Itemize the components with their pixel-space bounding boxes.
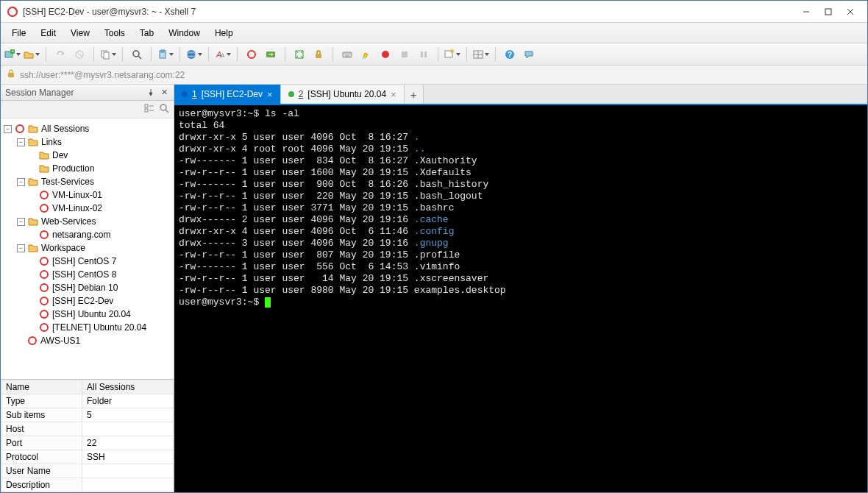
tree-item-aws[interactable]: AWS-US1	[2, 334, 172, 347]
keyboard-button[interactable]	[339, 46, 355, 63]
disconnect-button[interactable]	[71, 46, 88, 63]
open-session-button[interactable]	[24, 46, 40, 63]
tab-ubuntu[interactable]: 2 [SSH] Ubuntu 20.04 ×	[281, 85, 405, 104]
svg-rect-30	[345, 55, 349, 56]
svg-rect-46	[145, 109, 148, 112]
svg-point-12	[133, 51, 139, 57]
feedback-button[interactable]	[521, 46, 537, 63]
tree-label: [SSH] Debian 10	[52, 283, 118, 293]
globe-button[interactable]	[186, 46, 202, 63]
tab-number: 1	[192, 89, 197, 99]
copy-button[interactable]	[100, 46, 116, 63]
tree-label: [SSH] Ubuntu 20.04	[52, 309, 131, 319]
xshell-icon	[15, 124, 25, 134]
svg-point-56	[40, 271, 48, 278]
panel-close-icon[interactable]: ✕	[159, 88, 169, 98]
font-button[interactable]: AA	[215, 46, 231, 63]
prop-key: Sub items	[1, 408, 82, 422]
prop-header-name: Name	[1, 380, 82, 394]
menu-edit[interactable]: Edit	[33, 26, 63, 40]
session-icon	[39, 283, 49, 293]
tab-add-button[interactable]: +	[405, 85, 424, 104]
tree-label: VM-Linux-01	[52, 190, 102, 200]
svg-point-61	[29, 337, 36, 344]
tree-root[interactable]: − All Sessions	[2, 122, 172, 135]
view-mode-icon[interactable]	[144, 103, 154, 116]
svg-rect-44	[8, 73, 14, 77]
reconnect-button[interactable]	[52, 46, 68, 63]
new-session-button[interactable]: +	[4, 46, 21, 63]
folder-icon	[28, 124, 38, 134]
paste-button[interactable]	[157, 46, 174, 63]
close-button[interactable]	[839, 4, 861, 20]
address-bar[interactable]: ssh://user:****@mysvr3.netsarang.com:22	[1, 65, 867, 85]
tree-folder-web[interactable]: − Web-Services	[2, 215, 172, 228]
minimize-button[interactable]	[795, 4, 817, 20]
folder-icon	[39, 150, 49, 160]
svg-rect-2	[825, 9, 831, 15]
stop-button[interactable]	[396, 46, 413, 63]
prop-key: Description	[1, 478, 82, 492]
xftp-button[interactable]	[263, 46, 279, 63]
tree-item[interactable]: Production	[2, 162, 172, 175]
prop-key: Protocol	[1, 450, 82, 464]
prop-val: 5	[82, 408, 174, 422]
layout-button[interactable]	[473, 46, 489, 63]
tree-item[interactable]: VM-Linux-01	[2, 188, 172, 202]
lock-icon	[7, 69, 15, 80]
tree-item[interactable]: [SSH] CentOS 8	[2, 268, 172, 281]
svg-rect-25	[344, 53, 345, 54]
tree-item[interactable]: [SSH] Debian 10	[2, 281, 172, 294]
find-button[interactable]	[129, 46, 145, 63]
menu-window[interactable]: Window	[161, 26, 207, 40]
svg-point-58	[40, 297, 48, 305]
record-button[interactable]	[377, 46, 394, 63]
menu-tab[interactable]: Tab	[132, 26, 161, 40]
tree-label: Test-Services	[41, 177, 94, 187]
tab-ec2-dev[interactable]: 1 [SSH] EC2-Dev ×	[174, 85, 281, 104]
session-tree[interactable]: − All Sessions − Links Dev Production	[1, 118, 174, 379]
menu-help[interactable]: Help	[207, 26, 241, 40]
tree-item[interactable]: netsarang.com	[2, 228, 172, 241]
tree-label: [SSH] CentOS 8	[52, 269, 116, 280]
svg-rect-28	[349, 53, 349, 54]
highlight-button[interactable]	[358, 46, 374, 63]
tree-item[interactable]: Dev	[2, 149, 172, 162]
svg-point-54	[40, 231, 48, 238]
pause-button[interactable]	[416, 46, 432, 63]
session-manager-header: Session Manager ✕	[1, 85, 174, 101]
tree-item[interactable]: VM-Linux-02	[2, 202, 172, 215]
prop-header-value: All Sessions	[82, 380, 174, 394]
prop-val: 22	[82, 436, 174, 450]
menu-file[interactable]: File	[4, 26, 33, 40]
prop-key: Port	[1, 436, 82, 450]
tab-close-icon[interactable]: ×	[391, 89, 396, 100]
menu-view[interactable]: View	[63, 26, 97, 40]
search-icon[interactable]	[159, 103, 169, 116]
session-icon	[39, 256, 49, 266]
tree-item[interactable]: [SSH] EC2-Dev	[2, 294, 172, 308]
help-button[interactable]: ?	[502, 46, 518, 63]
svg-rect-29	[350, 53, 351, 54]
tree-label: VM-Linux-02	[52, 203, 102, 213]
lock-button[interactable]	[310, 46, 327, 63]
tree-folder-links[interactable]: − Links	[2, 135, 172, 149]
maximize-button[interactable]	[817, 4, 839, 20]
svg-rect-35	[424, 52, 427, 57]
tree-item[interactable]: [TELNET] Ubuntu 20.04	[2, 321, 172, 334]
session-icon	[39, 230, 49, 240]
tree-label: Links	[41, 137, 62, 147]
tree-item[interactable]: [SSH] Ubuntu 20.04	[2, 308, 172, 321]
pin-icon[interactable]	[146, 88, 156, 98]
tab-close-icon[interactable]: ×	[267, 89, 273, 100]
svg-rect-15	[161, 50, 164, 52]
folder-icon	[39, 163, 49, 174]
fullscreen-button[interactable]	[291, 46, 307, 63]
new-window-button[interactable]: +	[444, 46, 460, 63]
menu-tools[interactable]: Tools	[97, 26, 132, 40]
xshell-button[interactable]	[243, 46, 260, 63]
tree-folder-workspace[interactable]: − Workspace	[2, 241, 172, 255]
tree-item[interactable]: [SSH] CentOS 7	[2, 255, 172, 268]
tree-folder-test[interactable]: − Test-Services	[2, 175, 172, 188]
terminal[interactable]: user@mysvr3:~$ ls -al total 64 drwxr-xr-…	[174, 105, 867, 492]
